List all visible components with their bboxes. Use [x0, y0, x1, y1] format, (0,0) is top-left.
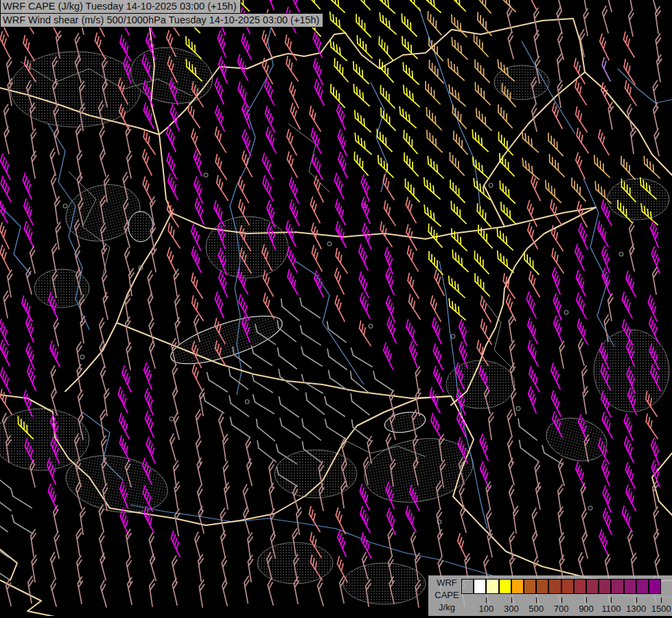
legend-variable-label: CAPE [432, 589, 461, 602]
legend-swatch [486, 579, 498, 594]
legend-swatch [586, 579, 599, 594]
legend-model-label: WRF [432, 577, 461, 589]
title-line-windshear: WRF Wind shear (m/s) 500/1000hPa Tuesday… [0, 13, 323, 27]
cape-legend: WRF CAPE J/kg 10030050070090011001300150… [428, 575, 672, 616]
legend-tick [511, 597, 512, 603]
wrf-forecast-map: WRF CAPE (J/kg) Tuesday 14-10-2025 03:00… [0, 0, 672, 618]
legend-tick [636, 597, 637, 603]
legend-swatch [474, 579, 486, 594]
legend-tick-label: 1100 [597, 604, 625, 614]
legend-swatch [511, 579, 524, 594]
weather-map-canvas [0, 0, 672, 618]
legend-tick [486, 597, 487, 603]
legend-tick-label: 1500 [647, 604, 672, 614]
legend-swatch [548, 579, 561, 594]
legend-swatch [461, 579, 474, 594]
terrain-patch [607, 179, 669, 220]
legend-unit-label: J/kg [432, 602, 461, 614]
legend-labels: WRF CAPE J/kg [432, 577, 461, 614]
terrain-patch [206, 216, 288, 278]
legend-swatch [611, 579, 623, 594]
title-box: WRF CAPE (J/kg) Tuesday 14-10-2025 03:00… [0, 0, 323, 27]
legend-tick-label: 500 [522, 604, 550, 614]
legend-swatch [624, 579, 636, 594]
legend-swatch [536, 579, 548, 594]
terrain-patch [0, 409, 89, 470]
legend-tick-label: 900 [572, 604, 600, 614]
legend-swatch [524, 579, 536, 594]
legend-swatch [599, 579, 611, 594]
legend-tick [586, 597, 587, 603]
legend-tick [611, 597, 612, 603]
legend-swatch [636, 579, 649, 594]
legend-tick-label: 700 [548, 604, 575, 614]
legend-swatch [574, 579, 586, 594]
legend-tick-label: 300 [498, 604, 525, 614]
legend-tick [561, 597, 562, 603]
legend-tick-label: 1300 [623, 604, 650, 614]
legend-swatch [561, 579, 574, 594]
legend-tick [536, 597, 537, 603]
legend-swatch [499, 579, 511, 594]
legend-tick [661, 597, 662, 603]
legend-swatch [649, 579, 661, 594]
title-line-cape: WRF CAPE (J/kg) Tuesday 14-10-2025 03:00… [0, 0, 241, 14]
mountain-ridge [128, 211, 153, 242]
terrain-patch [343, 563, 426, 604]
legend-tick-label: 100 [472, 604, 500, 614]
